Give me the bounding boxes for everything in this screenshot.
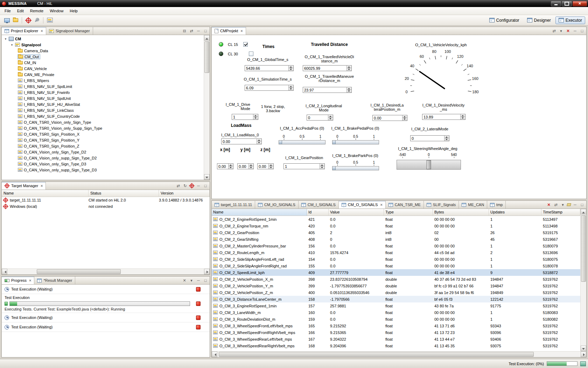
close-tab-icon[interactable]: ×	[41, 184, 43, 188]
minimize-view-icon[interactable]: ─	[572, 28, 578, 34]
stop-button[interactable]	[196, 325, 201, 329]
signal-row-O_CM_2_SpeedLimit_kph[interactable]: O_CM_2_SpeedLimit_kph40927.777779float41…	[212, 269, 586, 276]
tab-CM_IO_SIGNALS[interactable]: CM_IO_SIGNALS	[255, 201, 299, 209]
tree-item-I_RBS_NAV_SLIF_LinkClass[interactable]: I_RBS_NAV_SLIF_LinkClass	[2, 107, 210, 113]
tree-item-O_CAN_TSR0_Sign_Position_Y[interactable]: O_CAN_TSR0_Sign_Position_Y	[2, 137, 210, 143]
scroll-up-arrow[interactable]	[204, 35, 210, 41]
horizontal-scrollbar[interactable]	[212, 351, 586, 357]
spinner-buttons[interactable]	[228, 164, 233, 169]
tree-item-CM_IN[interactable]: CM_IN	[2, 60, 210, 66]
open-project-button[interactable]	[11, 16, 20, 25]
tree-item-CAN_ME_Private[interactable]: CAN_ME_Private	[2, 71, 210, 77]
tree-item-O_CAN_Vision_only_Sign_Type_D2[interactable]: O_CAN_Vision_only_Sign_Type_D2	[2, 149, 210, 155]
signal-row-O_CM_3_WheelSpeedRearLeftVbelt_mps[interactable]: O_CM_3_WheelSpeedRearLeftVbelt_mps1679.2…	[212, 336, 586, 342]
slider-track[interactable]	[279, 140, 326, 144]
target-button[interactable]	[24, 16, 33, 25]
slider-handle[interactable]	[332, 166, 336, 170]
tree-item-Camera_Data[interactable]: Camera_Data	[2, 48, 210, 54]
link-editor-icon[interactable]: ⇄	[189, 28, 194, 34]
tab-progress[interactable]: Progress ×	[2, 277, 34, 284]
menu-window[interactable]: Window	[47, 8, 66, 14]
signal-row-O_CM_2_MasterCylinderPressure_bar[interactable]: O_CM_2_MasterCylinderPressure_bar1560.0f…	[212, 243, 586, 249]
travelled-vehicle-spinner[interactable]: 60025.99	[303, 65, 352, 71]
perspective-executor-button[interactable]: Executor	[555, 16, 585, 24]
expander-icon[interactable]: ▾	[4, 37, 7, 41]
tree-item-I_RBS_Wipers[interactable]: I_RBS_Wipers	[2, 77, 210, 83]
scroll-left-arrow[interactable]	[212, 352, 217, 357]
column-header-value[interactable]: Value	[329, 209, 384, 216]
maximize-view-icon[interactable]: □	[579, 28, 585, 34]
spinner-buttons[interactable]	[253, 114, 258, 120]
delete-icon[interactable]: ✕	[565, 28, 571, 34]
stop-button[interactable]	[196, 315, 201, 320]
column-header-name[interactable]: Name	[212, 209, 307, 216]
slider-track[interactable]	[332, 166, 379, 170]
minimize-view-icon[interactable]: ─	[196, 183, 201, 189]
spinner-buttons[interactable]	[402, 115, 407, 121]
tab-cmprojekt[interactable]: CMProjekt ×	[212, 27, 246, 35]
tree-item-I_RBS_NAV_SLIF_HU_AliveStat[interactable]: I_RBS_NAV_SLIF_HU_AliveStat	[2, 101, 210, 107]
close-window-button[interactable]	[573, 1, 587, 6]
spinner-buttons[interactable]	[268, 164, 273, 169]
tab-tmp[interactable]: tmp	[487, 201, 506, 209]
tab-ME_CAN[interactable]: ME_CAN	[459, 201, 487, 209]
view-menu-icon[interactable]: ▾	[189, 278, 194, 283]
close-tab-icon[interactable]: ×	[380, 203, 382, 207]
spinner-buttons[interactable]	[328, 115, 333, 120]
column-header-bytes[interactable]: Bytes	[433, 209, 489, 216]
pos-y-spinner[interactable]: 0.00	[237, 163, 254, 169]
maximize-view-icon[interactable]: □	[579, 202, 585, 207]
tree-item-CM_Out[interactable]: CM_Out	[2, 54, 210, 60]
signal-row-O_CM_3_LaneWidth_m[interactable]: O_CM_3_LaneWidth_m1600.0float00 00 00 00…	[212, 309, 586, 316]
cl30-checkbox[interactable]	[249, 52, 253, 56]
column-header-id[interactable]: Id	[307, 209, 329, 216]
tree-item-O_CAN_TSR0_Vision_only_Sign_Type[interactable]: O_CAN_TSR0_Vision_only_Sign_Type	[2, 119, 210, 125]
column-header-name[interactable]: Name	[2, 190, 89, 197]
desired-velocity-spinner[interactable]: 13.89	[422, 114, 465, 120]
spinner-buttons[interactable]	[288, 85, 293, 90]
target-row-target_11.11.11.11[interactable]: target_11.11.11.11CM started on HiL 2.03…	[2, 197, 210, 203]
tab-SLIF_Signals[interactable]: SLIF_Signals	[424, 201, 459, 209]
vertical-scrollbar[interactable]	[580, 209, 586, 351]
tree-item-O_CAN_TSR0_Sign_Position_X[interactable]: O_CAN_TSR0_Sign_Position_X	[2, 131, 210, 137]
column-header-updates[interactable]: Updates	[489, 209, 541, 216]
signal-row-O_CM_2_GearPosition[interactable]: O_CM_2_GearPosition4052int802265319175	[212, 229, 586, 236]
steering-wheel-slider[interactable]	[397, 160, 461, 170]
view-menu-icon[interactable]: ▾	[560, 202, 566, 207]
load-mass-spinner[interactable]: 0.00	[221, 138, 262, 144]
pos-x-spinner[interactable]: 0.00	[217, 163, 233, 169]
tree-item-O_CAN_Vision_only_Sign_Type_D3[interactable]: O_CAN_Vision_only_Sign_Type_D3	[2, 161, 210, 167]
tab-project-explorer[interactable]: Project Explorer ×	[2, 27, 46, 35]
brake-park-slider[interactable]: 0 0.5 1	[332, 161, 379, 170]
scrollbar-thumb[interactable]	[581, 215, 586, 282]
stop-button[interactable]	[196, 301, 201, 306]
tree-item-I_RBS_NAV_SLIF_SpdLimit[interactable]: I_RBS_NAV_SLIF_SpdLimit	[2, 83, 210, 89]
signal-row-O_CM_2_RouteLength_m[interactable]: O_CM_2_RouteLength_m4101576.4274float44 …	[212, 249, 586, 256]
tree-item-O_CAN_TSR0_Sign_Position_Z[interactable]: O_CAN_TSR0_Sign_Position_Z	[2, 143, 210, 149]
lateral-mode-spinner[interactable]: 0	[410, 135, 449, 141]
acc-pedal-slider[interactable]: 0 0.5 1	[279, 135, 326, 144]
column-header-status[interactable]: Status	[89, 190, 159, 197]
close-tab-icon[interactable]: ×	[41, 29, 43, 33]
close-tab-icon[interactable]: ×	[29, 278, 31, 282]
signal-row-O_CM_3_EngineRotSpeed_1min[interactable]: O_CM_3_EngineRotSpeed_1min157257.9881flo…	[212, 302, 586, 309]
stop-button[interactable]	[196, 287, 201, 292]
tree-item-I_RBS_NAV_SLIF_SpdUnit[interactable]: I_RBS_NAV_SLIF_SpdUnit	[2, 95, 210, 101]
tree-node-signalpool[interactable]: ▾Signalpool	[2, 42, 210, 48]
scroll-right-arrow[interactable]	[581, 352, 586, 357]
scrollbar-thumb[interactable]	[219, 352, 534, 357]
target-icon[interactable]	[190, 184, 194, 188]
signal-row-O_CM_3_WheelSpeedRearRightVbelt_mps[interactable]: O_CM_3_WheelSpeedRearRightVbelt_mps1689.…	[212, 342, 586, 349]
tree-item-O_CAN_Vision_only_supp_Sign_Type_D3[interactable]: O_CAN_Vision_only_supp_Sign_Type_D3	[2, 167, 210, 173]
tab-CAN_TSR_ME[interactable]: CAN_TSR_ME	[386, 201, 424, 209]
spinner-buttons[interactable]	[288, 66, 293, 71]
spinner-buttons[interactable]	[346, 66, 351, 71]
signal-row-O_CM_2_GearShifting[interactable]: O_CM_2_GearShifting4080int800455319667	[212, 236, 586, 243]
tab-result-manager[interactable]: *Result Manager	[34, 277, 75, 284]
signal-row-O_CM_2_VehiclePosition_X_m[interactable]: O_CM_2_VehiclePosition_X_m39823.83722610…	[212, 276, 586, 282]
delete-icon[interactable]: ✕	[546, 202, 552, 207]
sync-icon[interactable]: ⇄	[551, 28, 557, 34]
spinner-buttons[interactable]	[346, 87, 351, 93]
status-grid-icon[interactable]	[580, 361, 586, 366]
maximize-view-icon[interactable]: □	[203, 278, 208, 283]
